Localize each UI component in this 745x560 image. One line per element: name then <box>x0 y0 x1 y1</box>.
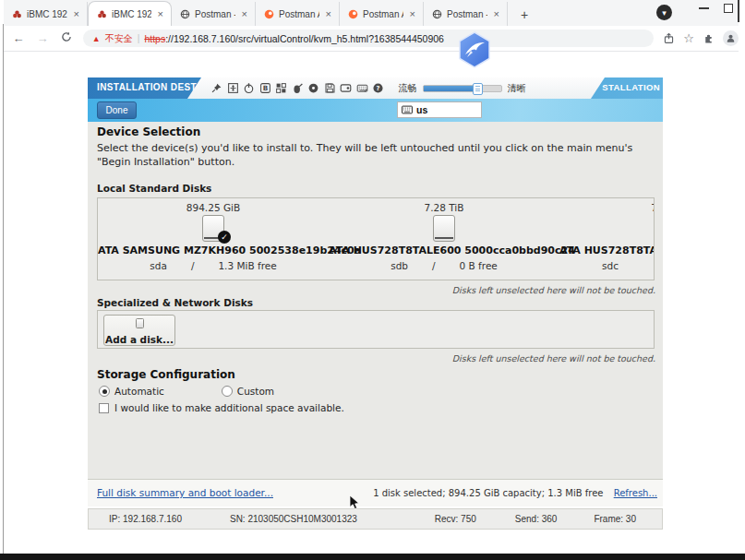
svg-text:B: B <box>262 84 268 92</box>
floppy-icon[interactable] <box>323 81 337 95</box>
status-frame: Frame: 30 <box>594 514 636 524</box>
slider-smooth-label: 流畅 <box>399 82 417 95</box>
back-button[interactable]: ← <box>9 31 28 45</box>
kvm-hexagon-bird-logo[interactable] <box>458 31 491 68</box>
new-tab-button[interactable]: + <box>513 4 535 26</box>
help-icon[interactable]: ? <box>371 81 385 95</box>
done-button[interactable]: Done <box>97 101 137 119</box>
disk-free: 1.3 MiB free <box>218 260 276 271</box>
person-icon <box>726 33 736 43</box>
globe-favicon <box>180 9 190 19</box>
add-disk-button[interactable]: Add a disk... <box>103 315 175 346</box>
close-icon[interactable]: × <box>408 8 417 19</box>
installer-title: INSTALLATION DEST <box>97 82 197 92</box>
slider-clear-label: 清晰 <box>508 82 526 95</box>
close-icon[interactable]: × <box>240 8 249 19</box>
installer-bottom-bar: Full disk summary and boot loader... 1 d… <box>88 479 663 506</box>
ibmc-favicon <box>97 9 107 19</box>
screen-icon[interactable] <box>339 81 353 95</box>
tab-label: Postman API Platfo <box>279 9 319 19</box>
browser-toolbar: ← → ▲ 不安全 | https://192.168.7.160/src/vi… <box>4 26 739 52</box>
installer-subheader: Done us <box>88 99 663 122</box>
mouse-cursor <box>349 495 360 510</box>
disk-name: ATA HUS728T8TAL <box>559 244 655 256</box>
tab-postman-api-2[interactable]: Postman API Platfo × <box>340 2 424 26</box>
tab-label: Postman - Browse <box>447 9 487 19</box>
bookmark-star-icon[interactable]: ☆ <box>683 31 694 45</box>
disk-name: ATA HUS728T8TALE600 5000cca0bbd90c24 <box>329 244 559 256</box>
additional-space-row: I would like to make additional space av… <box>99 402 344 413</box>
keyboard-layout-indicator[interactable]: us <box>397 101 482 118</box>
device-selection-description: Select the device(s) you'd like to insta… <box>97 142 643 169</box>
disk-dev: sdc <box>602 260 619 271</box>
disk-name: ATA SAMSUNG MZ7KH960 5002538e19b24c0a <box>98 244 329 256</box>
keyboard-layout-value: us <box>416 104 427 115</box>
tab-postman-api-1[interactable]: Postman API Platfo × <box>256 2 340 26</box>
installer-header: INSTALLATION DEST STALLATION B ? 流畅 <box>88 77 663 99</box>
url-text[interactable]: https://192.168.7.160/src/virtualControl… <box>144 33 444 44</box>
specialized-disks-label: Specialized & Network Disks <box>97 297 253 308</box>
tab-search-icon[interactable]: ▾ <box>656 5 672 20</box>
window-bottom-edge <box>0 554 745 560</box>
soft-keyboard-icon[interactable] <box>355 81 369 95</box>
radio-automatic[interactable] <box>99 386 110 397</box>
unselected-note: Disks left unselected here will not be t… <box>452 285 655 295</box>
tab-postman-browse-2[interactable]: Postman - Browse × <box>424 2 508 26</box>
postman-favicon <box>264 9 274 19</box>
selection-summary-text: 1 disk selected; 894.25 GiB capacity; 1.… <box>373 488 603 498</box>
quality-slider[interactable] <box>423 85 502 92</box>
disk-free: 0 B free <box>460 260 498 271</box>
postman-favicon <box>348 9 358 19</box>
radio-automatic-label: Automatic <box>114 386 164 397</box>
not-secure-label[interactable]: 不安全 <box>105 32 133 45</box>
window-left-edge <box>3 24 4 554</box>
status-recv: Recv: 750 <box>435 514 476 524</box>
toolbar-right-icons: ☆ <box>663 30 739 46</box>
maximize-button[interactable] <box>724 4 733 13</box>
full-disk-summary-link[interactable]: Full disk summary and boot loader... <box>97 487 273 498</box>
local-disks-label: Local Standard Disks <box>97 183 211 194</box>
pin-icon[interactable] <box>210 81 223 95</box>
disk-sdc[interactable]: 7 ATA HUS728T8TAL sdc <box>559 198 655 280</box>
disk-sda[interactable]: 894.25 GiB ✓ ATA SAMSUNG MZ7KH960 500253… <box>98 198 329 280</box>
svg-text:?: ? <box>377 85 380 92</box>
mouse-icon[interactable] <box>291 81 305 95</box>
fullscreen-icon[interactable] <box>226 81 240 95</box>
forward-button[interactable]: → <box>33 31 52 45</box>
tab-ibmc-1[interactable]: iBMC 192.168.7.16 × <box>4 2 88 26</box>
checkbox-additional-space[interactable] <box>99 403 109 413</box>
tab-label: iBMC 192.168.7.16 <box>112 9 151 19</box>
tab-postman-browse-1[interactable]: Postman - Browse × <box>172 2 256 26</box>
close-icon[interactable]: × <box>324 8 333 19</box>
address-bar[interactable]: ▲ 不安全 | https://192.168.7.160/src/virtua… <box>83 30 655 47</box>
disk-size: 7 <box>559 202 655 213</box>
refresh-link[interactable]: Refresh... <box>614 488 657 498</box>
status-ip: IP: 192.168.7.160 <box>109 514 182 524</box>
installer-title-right: STALLATION <box>602 82 660 92</box>
tab-ibmc-2-active[interactable]: iBMC 192.168.7.16 × <box>88 1 172 26</box>
close-icon[interactable]: × <box>72 8 81 19</box>
disk-dev: sda <box>150 260 167 271</box>
share-icon[interactable] <box>663 32 675 44</box>
minimize-button[interactable] <box>699 7 709 9</box>
mini-disk-icon <box>136 318 144 328</box>
close-icon[interactable]: × <box>156 8 165 19</box>
keyboard-icon <box>402 105 413 114</box>
kvm-toolbar: B ? 流畅 清晰 <box>187 77 605 99</box>
b-key-icon[interactable]: B <box>258 81 272 95</box>
ibmc-favicon <box>12 9 22 19</box>
profile-avatar[interactable] <box>723 30 739 46</box>
close-icon[interactable]: × <box>492 8 501 19</box>
hard-disk-icon: ✓ <box>202 215 224 242</box>
unselected-note-2: Disks left unselected here will not be t… <box>452 353 655 363</box>
extensions-puzzle-icon[interactable] <box>703 32 715 44</box>
combo-key-icon[interactable] <box>274 81 288 95</box>
disc-icon[interactable] <box>306 81 320 95</box>
device-selection-title: Device Selection <box>97 125 200 138</box>
tab-label: Postman - Browse <box>195 9 235 19</box>
power-icon[interactable] <box>242 81 256 95</box>
radio-custom[interactable] <box>222 386 233 397</box>
reload-button[interactable] <box>57 31 76 45</box>
slider-handle[interactable] <box>473 83 483 95</box>
disk-sdb[interactable]: 7.28 TiB ATA HUS728T8TALE600 5000cca0bbd… <box>329 198 559 280</box>
